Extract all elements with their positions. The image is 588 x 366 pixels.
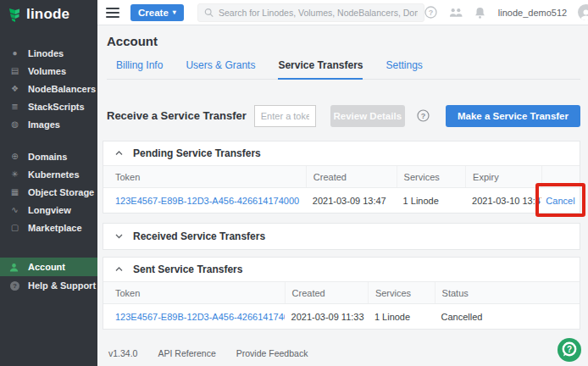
sent-token-link[interactable]: 123E4567-E89B-12D3-A456-426614174001	[115, 312, 285, 322]
menu-icon[interactable]	[106, 8, 119, 18]
search-icon	[204, 8, 214, 18]
pending-table-row: 123E4567-E89B-12D3-A456-426614174000 202…	[103, 188, 580, 213]
longview-icon: ∿	[9, 205, 20, 214]
received-transfers-panel: Received Service Transfers	[103, 223, 580, 250]
column-header-actions	[541, 166, 580, 187]
sidebar-item-object-storage[interactable]: ▦ Object Storage	[0, 183, 97, 201]
sidebar-item-longview[interactable]: ∿ Longview	[0, 201, 97, 219]
tab-service-transfers[interactable]: Service Transfers	[278, 59, 363, 80]
pending-table-header: Token Created Services Expiry	[103, 165, 580, 188]
pending-token-link[interactable]: 123E4567-E89B-12D3-A456-426614174000	[115, 196, 299, 206]
pending-expiry-cell: 2021-03-10 13:47	[465, 196, 541, 206]
avatar[interactable]	[578, 4, 588, 20]
linode-logo[interactable]: linode	[0, 0, 97, 29]
sent-table-header: Token Created Services Status	[103, 281, 580, 304]
receive-transfer-row: Receive a Service Transfer Review Detail…	[107, 104, 580, 127]
provide-feedback-link[interactable]: Provide Feedback	[236, 348, 308, 358]
svg-text:?: ?	[429, 8, 434, 17]
stackscripts-icon: ≣	[9, 102, 20, 111]
sent-services-cell: 1 Linode	[368, 312, 435, 322]
sent-panel-header[interactable]: Sent Service Transfers	[103, 258, 580, 281]
column-header-expiry: Expiry	[465, 166, 541, 187]
topbar-right: ? linode_demo512	[424, 4, 588, 20]
column-header-services: Services	[368, 282, 435, 303]
sent-table-row: 123E4567-E89B-12D3-A456-426614174001 202…	[103, 304, 580, 329]
sidebar-item-nodebalancers[interactable]: ❖ NodeBalancers	[0, 80, 97, 97]
account-person-icon	[9, 263, 20, 272]
token-input[interactable]	[254, 105, 316, 127]
cancel-transfer-link[interactable]: Cancel	[546, 196, 574, 206]
sidebar-nav: ● Linodes ▤ Volumes ❖ NodeBalancers ≣ St…	[0, 44, 97, 294]
svg-text:?: ?	[421, 112, 426, 120]
sidebar-item-marketplace[interactable]: ▢ Marketplace	[0, 219, 97, 236]
version-link[interactable]: v1.34.0	[108, 348, 137, 358]
pending-transfers-panel: Pending Service Transfers Token Created …	[103, 141, 580, 214]
review-details-button[interactable]: Review Details	[330, 105, 405, 127]
nav-group-divider	[0, 133, 97, 147]
pending-panel-header[interactable]: Pending Service Transfers	[103, 141, 580, 165]
username-label[interactable]: linode_demo512	[498, 8, 567, 18]
object-storage-icon: ▦	[9, 187, 20, 197]
images-icon: ◍	[9, 119, 20, 129]
sidebar-item-stackscripts[interactable]: ≣ StackScripts	[0, 97, 97, 115]
sidebar-item-account[interactable]: Account	[0, 258, 97, 276]
domains-icon: ⊕	[9, 152, 20, 161]
sidebar-item-images[interactable]: ◍ Images	[0, 115, 97, 133]
linodes-icon: ●	[9, 48, 20, 58]
pending-created-cell: 2021-03-09 13:47	[306, 196, 397, 206]
chevron-up-icon	[115, 267, 123, 272]
receive-transfer-label: Receive a Service Transfer	[107, 109, 247, 122]
nav-group-divider	[0, 236, 97, 258]
sent-status-cell: Cancelled	[435, 312, 580, 322]
logo-wordmark: linode	[26, 6, 69, 23]
tab-settings[interactable]: Settings	[386, 59, 422, 79]
chat-bubble-icon: ?	[557, 337, 582, 363]
chevron-down-icon: ▾	[173, 9, 176, 16]
tab-billing-info[interactable]: Billing Info	[116, 59, 163, 79]
sent-transfers-panel: Sent Service Transfers Token Created Ser…	[103, 257, 580, 330]
help-chat-button[interactable]: ?	[557, 337, 582, 363]
bell-icon[interactable]	[474, 6, 487, 19]
tab-bar: Billing Info Users & Grants Service Tran…	[107, 59, 580, 80]
sidebar-item-domains[interactable]: ⊕ Domains	[0, 147, 97, 165]
svg-text:?: ?	[567, 345, 572, 354]
pending-services-cell: 1 Linode	[397, 196, 465, 206]
footer: v1.34.0 API Reference Provide Feedback	[107, 348, 580, 358]
make-service-transfer-button[interactable]: Make a Service Transfer	[446, 105, 580, 127]
tab-users-grants[interactable]: Users & Grants	[186, 59, 255, 79]
received-panel-header[interactable]: Received Service Transfers	[103, 224, 580, 249]
chevron-up-icon	[115, 151, 123, 156]
help-icon[interactable]: ?	[424, 6, 438, 19]
sidebar-item-kubernetes[interactable]: ✳ Kubernetes	[0, 165, 97, 183]
kubernetes-icon: ✳	[9, 169, 20, 179]
api-reference-link[interactable]: API Reference	[158, 348, 215, 358]
sent-created-cell: 2021-03-09 11:33	[285, 312, 368, 322]
search-input[interactable]	[219, 8, 418, 18]
column-header-created: Created	[306, 166, 397, 187]
column-header-token: Token	[103, 282, 285, 303]
community-icon[interactable]	[449, 6, 463, 19]
main-content: Account Billing Info Users & Grants Serv…	[97, 25, 588, 366]
marketplace-icon: ▢	[9, 223, 20, 232]
column-header-token: Token	[103, 166, 306, 187]
sidebar: linode ● Linodes ▤ Volumes ❖ NodeBalance…	[0, 0, 97, 366]
linode-logo-icon	[8, 8, 21, 22]
sidebar-item-help-support[interactable]: ? Help & Support	[0, 276, 97, 294]
topbar: Create ▾ ?	[97, 0, 588, 25]
receive-help-icon[interactable]: ?	[417, 109, 430, 123]
create-button[interactable]: Create ▾	[130, 4, 184, 21]
chevron-down-icon	[115, 234, 123, 239]
page-title: Account	[107, 34, 580, 48]
column-header-services: Services	[397, 166, 465, 187]
column-header-created: Created	[285, 282, 368, 303]
sidebar-item-linodes[interactable]: ● Linodes	[0, 44, 97, 62]
sidebar-item-volumes[interactable]: ▤ Volumes	[0, 62, 97, 80]
help-circle-icon: ?	[9, 280, 20, 291]
column-header-status: Status	[435, 282, 580, 303]
nodebalancers-icon: ❖	[9, 84, 20, 93]
volumes-icon: ▤	[9, 66, 20, 75]
search-bar[interactable]	[197, 3, 424, 22]
